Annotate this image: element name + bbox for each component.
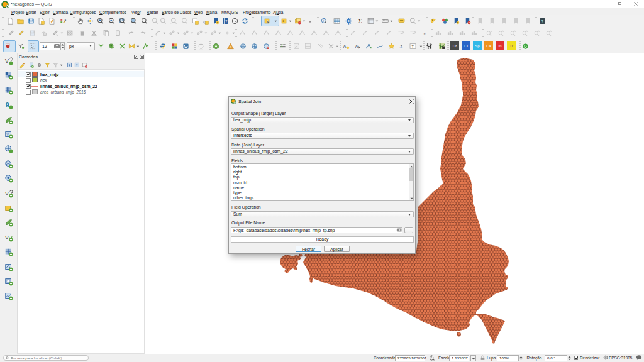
svg-text:V: V <box>5 58 9 64</box>
svg-text:?: ? <box>225 19 227 23</box>
svg-text:V: V <box>5 234 9 240</box>
svg-text:Σ: Σ <box>358 18 362 25</box>
svg-text:9: 9 <box>6 101 9 109</box>
svg-text:A: A <box>343 44 347 48</box>
svg-text:V: V <box>7 133 9 136</box>
svg-text:a: a <box>65 19 67 22</box>
svg-text:»: » <box>309 19 311 23</box>
svg-text:A: A <box>355 44 358 48</box>
svg-text:»: » <box>423 31 425 35</box>
svg-text:V: V <box>5 190 9 196</box>
svg-text:?: ? <box>541 19 543 23</box>
svg-text:.T.: .T. <box>399 45 402 48</box>
svg-text:i: i <box>323 19 325 23</box>
